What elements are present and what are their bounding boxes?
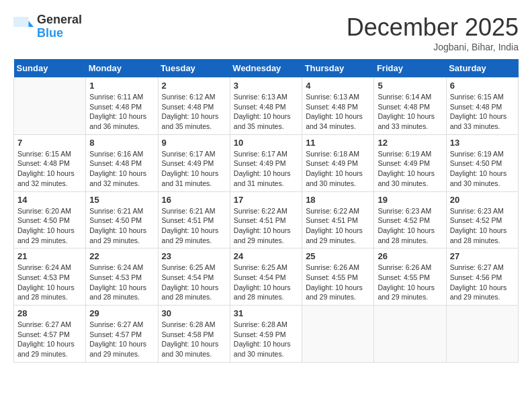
day-number: 4 [306,81,370,91]
day-number: 8 [89,138,154,148]
day-number: 22 [89,251,154,261]
header-day-thursday: Thursday [302,59,374,78]
calendar-cell: 12Sunrise: 6:19 AMSunset: 4:49 PMDayligh… [374,134,446,191]
calendar-cell [374,306,446,363]
day-info: Sunrise: 6:26 AMSunset: 4:55 PMDaylight:… [306,263,370,302]
calendar-cell: 16Sunrise: 6:21 AMSunset: 4:51 PMDayligh… [158,191,230,248]
week-row-2: 7Sunrise: 6:15 AMSunset: 4:48 PMDaylight… [14,134,519,191]
calendar-cell: 21Sunrise: 6:24 AMSunset: 4:53 PMDayligh… [14,248,86,306]
day-number: 13 [450,138,515,148]
logo-blue-text: Blue [37,27,82,40]
day-info: Sunrise: 6:15 AMSunset: 4:48 PMDaylight:… [450,92,515,132]
day-number: 30 [162,308,226,318]
day-number: 14 [17,195,82,205]
header-day-sunday: Sunday [14,59,86,78]
day-info: Sunrise: 6:28 AMSunset: 4:58 PMDaylight:… [162,320,226,359]
calendar-cell [446,306,518,363]
calendar-cell: 7Sunrise: 6:15 AMSunset: 4:48 PMDaylight… [14,134,86,191]
week-row-1: 1Sunrise: 6:11 AMSunset: 4:48 PMDaylight… [14,78,519,135]
day-info: Sunrise: 6:27 AMSunset: 4:57 PMDaylight:… [17,320,82,359]
calendar-cell: 20Sunrise: 6:23 AMSunset: 4:52 PMDayligh… [446,191,518,248]
day-info: Sunrise: 6:12 AMSunset: 4:48 PMDaylight:… [162,92,226,132]
svg-rect-2 [13,17,29,27]
day-number: 27 [450,251,515,261]
day-number: 19 [378,195,442,205]
header-day-saturday: Saturday [446,59,518,78]
calendar-cell: 2Sunrise: 6:12 AMSunset: 4:48 PMDaylight… [158,78,230,135]
day-number: 2 [162,81,226,91]
day-info: Sunrise: 6:21 AMSunset: 4:50 PMDaylight:… [89,206,154,246]
day-info: Sunrise: 6:17 AMSunset: 4:49 PMDaylight:… [162,149,226,189]
calendar-cell: 19Sunrise: 6:23 AMSunset: 4:52 PMDayligh… [374,191,446,248]
day-info: Sunrise: 6:21 AMSunset: 4:51 PMDaylight:… [162,206,226,246]
day-info: Sunrise: 6:20 AMSunset: 4:50 PMDaylight:… [17,206,82,246]
day-info: Sunrise: 6:25 AMSunset: 4:54 PMDaylight:… [234,263,298,302]
calendar-cell: 15Sunrise: 6:21 AMSunset: 4:50 PMDayligh… [86,191,158,248]
day-number: 12 [378,138,442,148]
calendar-cell: 18Sunrise: 6:22 AMSunset: 4:51 PMDayligh… [302,191,374,248]
logo: General Blue [13,13,82,40]
day-number: 6 [450,81,515,91]
day-number: 18 [306,195,370,205]
day-info: Sunrise: 6:18 AMSunset: 4:49 PMDaylight:… [306,149,370,189]
calendar-cell [302,306,374,363]
header-day-wednesday: Wednesday [230,59,302,78]
day-number: 20 [450,195,515,205]
day-info: Sunrise: 6:24 AMSunset: 4:53 PMDaylight:… [17,263,82,302]
calendar-cell [14,78,86,135]
day-number: 15 [89,195,154,205]
day-number: 21 [17,251,82,261]
calendar-cell: 22Sunrise: 6:24 AMSunset: 4:53 PMDayligh… [86,248,158,306]
calendar-cell: 14Sunrise: 6:20 AMSunset: 4:50 PMDayligh… [14,191,86,248]
day-number: 31 [234,308,298,318]
location: Jogbani, Bihar, India [347,42,519,52]
calendar-cell: 24Sunrise: 6:25 AMSunset: 4:54 PMDayligh… [230,248,302,306]
calendar-cell: 1Sunrise: 6:11 AMSunset: 4:48 PMDaylight… [86,78,158,135]
day-info: Sunrise: 6:13 AMSunset: 4:48 PMDaylight:… [306,92,370,132]
day-number: 7 [17,138,82,148]
logo-text: General Blue [37,13,82,40]
day-number: 5 [378,81,442,91]
title-block: December 2025 Jogbani, Bihar, India [347,13,519,52]
day-info: Sunrise: 6:14 AMSunset: 4:48 PMDaylight:… [378,92,442,132]
page-header: General Blue December 2025 Jogbani, Biha… [13,13,519,52]
day-info: Sunrise: 6:19 AMSunset: 4:49 PMDaylight:… [378,149,442,189]
logo-general-text: General [37,13,82,27]
day-number: 11 [306,138,370,148]
calendar-cell: 26Sunrise: 6:26 AMSunset: 4:55 PMDayligh… [374,248,446,306]
calendar-cell: 3Sunrise: 6:13 AMSunset: 4:48 PMDaylight… [230,78,302,135]
week-row-5: 28Sunrise: 6:27 AMSunset: 4:57 PMDayligh… [14,306,519,363]
day-info: Sunrise: 6:23 AMSunset: 4:52 PMDaylight:… [378,206,442,246]
header-day-tuesday: Tuesday [158,59,230,78]
day-info: Sunrise: 6:22 AMSunset: 4:51 PMDaylight:… [306,206,370,246]
day-number: 17 [234,195,298,205]
day-info: Sunrise: 6:19 AMSunset: 4:50 PMDaylight:… [450,149,515,189]
day-number: 25 [306,251,370,261]
day-number: 10 [234,138,298,148]
day-info: Sunrise: 6:13 AMSunset: 4:48 PMDaylight:… [234,92,298,132]
day-info: Sunrise: 6:25 AMSunset: 4:54 PMDaylight:… [162,263,226,302]
calendar-cell: 27Sunrise: 6:27 AMSunset: 4:56 PMDayligh… [446,248,518,306]
calendar-cell: 5Sunrise: 6:14 AMSunset: 4:48 PMDaylight… [374,78,446,135]
day-info: Sunrise: 6:11 AMSunset: 4:48 PMDaylight:… [89,92,154,132]
day-number: 3 [234,81,298,91]
day-info: Sunrise: 6:27 AMSunset: 4:56 PMDaylight:… [450,263,515,302]
calendar-cell: 17Sunrise: 6:22 AMSunset: 4:51 PMDayligh… [230,191,302,248]
day-info: Sunrise: 6:15 AMSunset: 4:48 PMDaylight:… [17,149,82,189]
day-info: Sunrise: 6:26 AMSunset: 4:55 PMDaylight:… [378,263,442,302]
day-number: 9 [162,138,226,148]
day-number: 1 [89,81,154,91]
day-number: 28 [17,308,82,318]
day-info: Sunrise: 6:16 AMSunset: 4:48 PMDaylight:… [89,149,154,189]
day-info: Sunrise: 6:22 AMSunset: 4:51 PMDaylight:… [234,206,298,246]
month-title: December 2025 [347,13,519,42]
day-number: 16 [162,195,226,205]
calendar-cell: 30Sunrise: 6:28 AMSunset: 4:58 PMDayligh… [158,306,230,363]
logo-icon [13,17,34,37]
header-row: SundayMondayTuesdayWednesdayThursdayFrid… [14,59,519,78]
calendar-cell: 13Sunrise: 6:19 AMSunset: 4:50 PMDayligh… [446,134,518,191]
calendar-cell: 9Sunrise: 6:17 AMSunset: 4:49 PMDaylight… [158,134,230,191]
day-number: 26 [378,251,442,261]
calendar-cell: 11Sunrise: 6:18 AMSunset: 4:49 PMDayligh… [302,134,374,191]
day-info: Sunrise: 6:24 AMSunset: 4:53 PMDaylight:… [89,263,154,302]
